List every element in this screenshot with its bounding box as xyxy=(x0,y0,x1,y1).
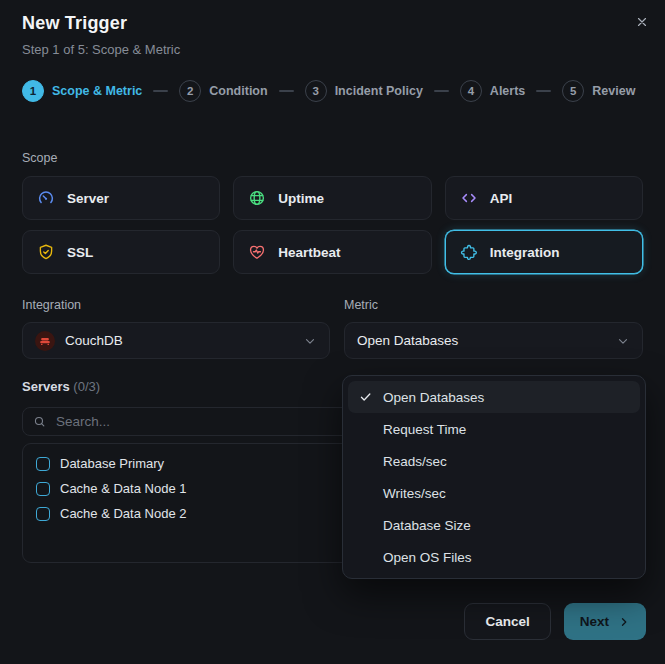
chevron-down-icon xyxy=(616,334,630,348)
globe-icon xyxy=(248,189,266,207)
step-separator xyxy=(434,90,449,92)
servers-count: (0/3) xyxy=(73,379,100,394)
stepper-step-alerts[interactable]: 4 Alerts xyxy=(460,80,525,102)
step-number: 4 xyxy=(460,80,482,102)
page-title: New Trigger xyxy=(22,13,643,34)
step-number: 3 xyxy=(305,80,327,102)
heart-pulse-icon xyxy=(248,243,266,261)
server-item-label: Cache & Data Node 2 xyxy=(60,506,186,521)
server-item-label: Database Primary xyxy=(60,456,164,471)
close-icon[interactable] xyxy=(632,12,652,32)
cancel-button[interactable]: Cancel xyxy=(464,603,550,640)
scope-option-label: Heartbeat xyxy=(278,245,340,260)
scope-section-label: Scope xyxy=(22,151,643,165)
menu-item-request-time[interactable]: Request Time xyxy=(348,413,640,445)
scope-option-label: Integration xyxy=(490,245,560,260)
checkbox-icon[interactable] xyxy=(36,482,50,496)
menu-item-database-size[interactable]: Database Size xyxy=(348,509,640,541)
code-brackets-icon xyxy=(460,189,478,207)
menu-item-label: Reads/sec xyxy=(383,454,447,469)
step-label: Review xyxy=(592,84,635,98)
scope-option-ssl[interactable]: SSL xyxy=(22,230,220,274)
checkbox-icon[interactable] xyxy=(36,507,50,521)
servers-label-text: Servers xyxy=(22,379,70,394)
step-label: Alerts xyxy=(490,84,525,98)
server-item-label: Cache & Data Node 1 xyxy=(60,481,186,496)
menu-item-label: Writes/sec xyxy=(383,486,446,501)
step-number: 5 xyxy=(562,80,584,102)
next-button[interactable]: Next xyxy=(564,603,646,640)
chevron-down-icon xyxy=(303,334,317,348)
chevron-right-icon xyxy=(618,616,630,628)
next-button-label: Next xyxy=(580,614,609,629)
scope-options: Server Uptime API SSL xyxy=(22,176,643,274)
integration-select[interactable]: CouchDB xyxy=(22,322,330,359)
stepper-step-scope-metric[interactable]: 1 Scope & Metric xyxy=(22,80,142,102)
puzzle-icon xyxy=(460,243,478,261)
menu-item-label: Open OS Files xyxy=(383,550,472,565)
menu-item-reads-sec[interactable]: Reads/sec xyxy=(348,445,640,477)
menu-item-label: Open Databases xyxy=(383,390,484,405)
menu-item-open-databases[interactable]: Open Databases xyxy=(348,381,640,413)
metric-value: Open Databases xyxy=(357,333,458,348)
integration-value: CouchDB xyxy=(65,333,123,348)
step-separator xyxy=(279,90,294,92)
search-icon xyxy=(33,415,46,428)
step-subtitle: Step 1 of 5: Scope & Metric xyxy=(22,42,643,57)
integration-label: Integration xyxy=(22,298,330,312)
scope-option-label: API xyxy=(490,191,513,206)
step-separator xyxy=(153,90,168,92)
couchdb-icon xyxy=(35,331,55,351)
new-trigger-modal: New Trigger Step 1 of 5: Scope & Metric … xyxy=(0,0,665,664)
metric-label: Metric xyxy=(344,298,643,312)
metric-dropdown-menu: Open Databases Request Time Reads/sec Wr… xyxy=(342,375,646,579)
scope-option-integration[interactable]: Integration xyxy=(445,230,643,274)
menu-item-label: Request Time xyxy=(383,422,466,437)
step-number: 1 xyxy=(22,80,44,102)
menu-item-open-os-files[interactable]: Open OS Files xyxy=(348,541,640,573)
scope-option-api[interactable]: API xyxy=(445,176,643,220)
metric-select[interactable]: Open Databases xyxy=(344,322,643,359)
scope-option-label: Server xyxy=(67,191,109,206)
scope-option-label: SSL xyxy=(67,245,93,260)
step-label: Scope & Metric xyxy=(52,84,142,98)
footer-actions: Cancel Next xyxy=(464,603,646,640)
stepper: 1 Scope & Metric 2 Condition 3 Incident … xyxy=(22,80,643,102)
gauge-icon xyxy=(37,189,55,207)
menu-item-label: Database Size xyxy=(383,518,471,533)
shield-check-icon xyxy=(37,243,55,261)
check-icon xyxy=(359,391,372,404)
scope-option-uptime[interactable]: Uptime xyxy=(233,176,431,220)
scope-option-label: Uptime xyxy=(278,191,324,206)
stepper-step-condition[interactable]: 2 Condition xyxy=(179,80,267,102)
step-label: Incident Policy xyxy=(335,84,423,98)
step-label: Condition xyxy=(209,84,267,98)
checkbox-icon[interactable] xyxy=(36,457,50,471)
scope-option-server[interactable]: Server xyxy=(22,176,220,220)
step-number: 2 xyxy=(179,80,201,102)
scope-option-heartbeat[interactable]: Heartbeat xyxy=(233,230,431,274)
menu-item-writes-sec[interactable]: Writes/sec xyxy=(348,477,640,509)
stepper-step-incident-policy[interactable]: 3 Incident Policy xyxy=(305,80,423,102)
integration-metric-row: Integration CouchDB Metric xyxy=(22,298,643,359)
step-separator xyxy=(536,90,551,92)
stepper-step-review[interactable]: 5 Review xyxy=(562,80,635,102)
